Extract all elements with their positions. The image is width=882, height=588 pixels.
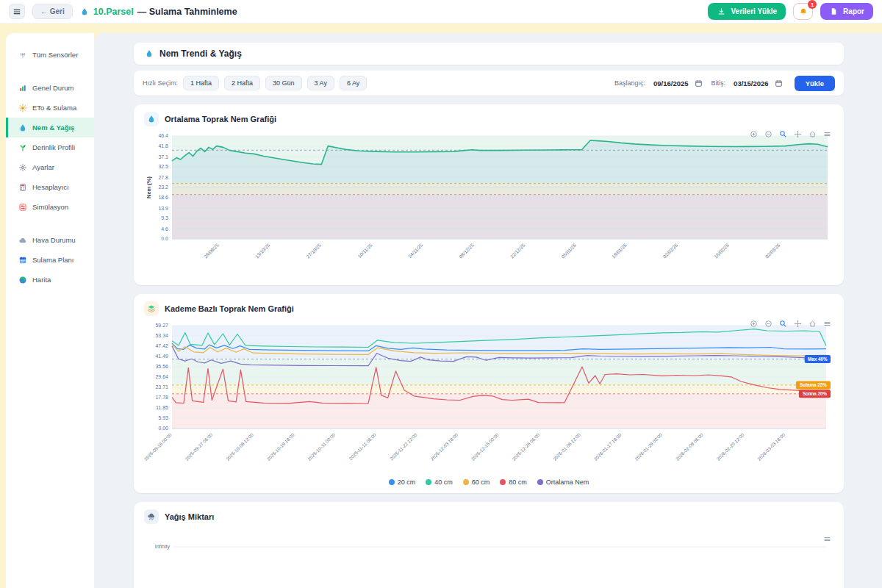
sidebar-item-label: Harita <box>32 276 51 284</box>
legend-label: Ortalama Nem <box>546 478 589 486</box>
main-content: Nem Trendi & Yağış Hızlı Seçim: 1 Hafta … <box>94 33 882 588</box>
page-title: Nem Trendi & Yağış <box>159 49 242 59</box>
sidebar-item-label: ETo & Sulama <box>32 104 76 112</box>
legend-dot <box>537 479 543 485</box>
sidebar-item-tum-sensorler[interactable]: Tüm Sensörler <box>6 45 94 65</box>
sidebar-item-ayarlar[interactable]: Ayarlar <box>6 157 94 177</box>
chart-modebar <box>749 319 832 329</box>
back-button[interactable]: ← Geri <box>32 4 73 19</box>
svg-text:2025-12-03 18:00: 2025-12-03 18:00 <box>429 431 459 461</box>
sidebar-item-harita[interactable]: Harita <box>6 270 94 290</box>
chart-icon-wrap <box>144 509 159 524</box>
rainfall-chart[interactable]: Infinity <box>144 526 833 588</box>
svg-text:Max 40%: Max 40% <box>808 356 828 362</box>
chart-menu-icon[interactable] <box>822 534 832 544</box>
svg-text:0.00: 0.00 <box>158 426 168 431</box>
svg-text:23.2: 23.2 <box>158 184 168 190</box>
quick-option-6-ay[interactable]: 6 Ay <box>340 76 367 90</box>
quick-option-3-ay[interactable]: 3 Ay <box>307 76 334 90</box>
svg-text:27.8: 27.8 <box>158 175 168 180</box>
svg-text:05/01/26: 05/01/26 <box>560 242 577 259</box>
zoom-out-icon[interactable] <box>764 319 773 329</box>
svg-text:11.85: 11.85 <box>156 405 168 410</box>
chart-modebar <box>822 534 832 544</box>
load-button[interactable]: Yükle <box>795 76 835 91</box>
svg-text:2025-10-31 00:00: 2025-10-31 00:00 <box>306 431 336 461</box>
cloud-icon <box>18 235 27 245</box>
quick-select-label: Hızlı Seçim: <box>143 79 178 87</box>
depth-moisture-chart[interactable]: 59.2753.3447.4241.4935.5629.6423.7117.78… <box>144 318 833 477</box>
sidebar-item-eto-sulama[interactable]: ETo & Sulama <box>6 98 94 118</box>
calculator-icon <box>18 182 27 192</box>
svg-text:19/01/26: 19/01/26 <box>611 242 628 259</box>
start-date-input[interactable]: 09/16/2025 <box>650 76 706 90</box>
chart-menu-icon[interactable] <box>822 319 832 329</box>
sidebar-item-simulasyon[interactable]: Simülasyon <box>6 197 94 217</box>
zoom-in-icon[interactable] <box>749 319 759 329</box>
report-button[interactable]: Rapor <box>820 3 873 20</box>
reset-axes-icon[interactable] <box>808 129 817 139</box>
box-zoom-icon[interactable] <box>778 129 788 139</box>
sidebar-item-derinlik-profili[interactable]: Derinlik Profili <box>6 137 94 157</box>
sidebar-item-label: Derinlik Profili <box>32 143 75 151</box>
quick-option-2-hafta[interactable]: 2 Hafta <box>224 76 260 90</box>
sidebar-item-hesaplayici[interactable]: Hesaplayıcı <box>6 177 94 197</box>
sensor-icon <box>18 50 27 60</box>
notifications-button[interactable]: 1 <box>793 3 813 20</box>
legend-label: 40 cm <box>434 478 453 486</box>
svg-text:2025-11-22 12:00: 2025-11-22 12:00 <box>389 431 418 461</box>
svg-text:2025-12-26 06:00: 2025-12-26 06:00 <box>511 431 540 461</box>
legend-item[interactable]: 60 cm <box>463 478 490 486</box>
svg-text:Infinity: Infinity <box>155 544 171 550</box>
sidebar-item-label: Simülasyon <box>32 203 68 211</box>
pan-icon[interactable] <box>793 129 803 139</box>
avg-moisture-card: Ortalama Toprak Nem Grafiği 46.441.837.1… <box>134 104 844 285</box>
box-zoom-icon[interactable] <box>778 319 788 329</box>
svg-text:2026-01-29 00:00: 2026-01-29 00:00 <box>634 431 663 461</box>
depth-moisture-card: Kademe Bazlı Toprak Nem Grafiği 59.2753.… <box>134 294 844 493</box>
legend-item[interactable]: 20 cm <box>389 478 416 486</box>
svg-text:18.6: 18.6 <box>158 195 168 200</box>
quick-option-30-gun[interactable]: 30 Gün <box>265 76 302 90</box>
sidebar-item-label: Ayarlar <box>32 163 54 171</box>
sidebar-item-sulama-plani[interactable]: Sulama Planı <box>6 250 94 270</box>
menu-button[interactable] <box>9 4 25 19</box>
chart-title: Kademe Bazlı Toprak Nem Grafiği <box>165 304 294 313</box>
zoom-in-icon[interactable] <box>749 129 759 139</box>
reset-axes-icon[interactable] <box>808 319 817 329</box>
menu-icon <box>12 7 22 16</box>
chart-menu-icon[interactable] <box>822 129 832 139</box>
svg-text:29.64: 29.64 <box>155 374 168 379</box>
sidebar-item-label: Sulama Planı <box>32 256 74 264</box>
legend-label: 20 cm <box>398 478 416 486</box>
avg-moisture-chart[interactable]: 46.441.837.132.527.823.218.613.99.34.60.… <box>144 129 833 278</box>
svg-text:22/12/25: 22/12/25 <box>509 242 526 259</box>
svg-text:47.42: 47.42 <box>155 343 168 348</box>
sidebar-item-hava-durumu[interactable]: Hava Durumu <box>6 230 94 250</box>
sidebar-item-genel-durum[interactable]: Genel Durum <box>6 78 94 98</box>
sidebar-group-gap <box>6 65 94 78</box>
legend-item[interactable]: Ortalama Nem <box>537 478 589 486</box>
calendar-icon <box>694 79 703 88</box>
zoom-out-icon[interactable] <box>764 129 773 139</box>
svg-text:2026-03-03 18:00: 2026-03-03 18:00 <box>756 431 786 461</box>
svg-text:37.1: 37.1 <box>158 154 168 159</box>
legend-item[interactable]: 80 cm <box>500 478 527 486</box>
pan-icon[interactable] <box>793 319 803 329</box>
rainfall-card: Yağış Miktarı Infinity <box>134 502 844 588</box>
sliders-icon <box>18 202 27 212</box>
svg-text:0.0: 0.0 <box>161 236 168 241</box>
svg-text:10/11/25: 10/11/25 <box>356 242 373 259</box>
legend-item[interactable]: 40 cm <box>426 478 453 486</box>
svg-text:2026-01-06 12:00: 2026-01-06 12:00 <box>552 431 581 461</box>
svg-text:Sulama 25%: Sulama 25% <box>800 382 827 387</box>
legend-dot <box>389 479 395 485</box>
bell-icon <box>798 7 808 16</box>
load-data-button[interactable]: Verileri Yükle <box>708 3 786 20</box>
svg-text:24/11/25: 24/11/25 <box>407 242 424 259</box>
globe-icon <box>18 275 27 284</box>
end-date-input[interactable]: 03/15/2026 <box>731 76 786 90</box>
sidebar-item-nem-yagis[interactable]: Nem & Yağış <box>6 118 94 137</box>
quick-option-1-hafta[interactable]: 1 Hafta <box>183 76 219 90</box>
svg-text:2026-01-17 18:00: 2026-01-17 18:00 <box>593 431 623 461</box>
